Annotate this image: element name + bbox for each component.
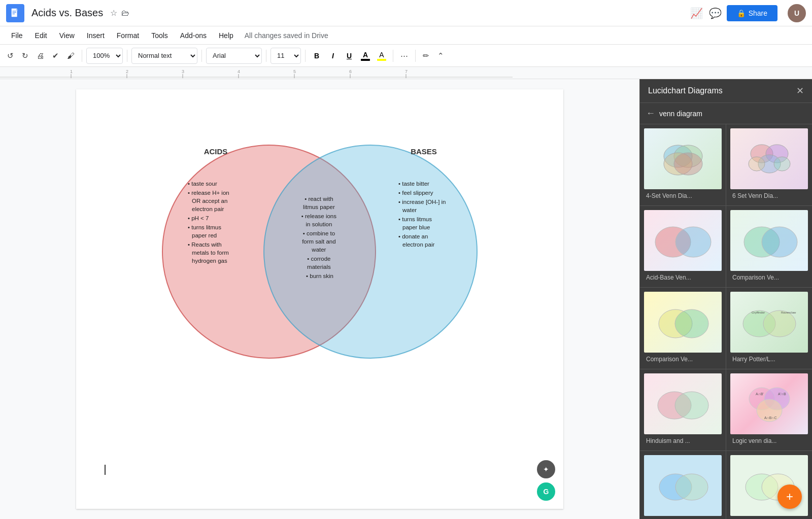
toolbar-sep-5 <box>305 50 306 62</box>
drawing-button[interactable]: ✏ <box>420 49 432 62</box>
toolbar-sep-1 <box>82 50 82 62</box>
sidebar-item-comparison2[interactable]: Comparison Ve... <box>640 288 726 369</box>
svg-point-41 <box>675 392 708 419</box>
analytics-icon[interactable]: 📈 <box>690 7 703 19</box>
sidebar-thumb-mathclass <box>644 455 722 516</box>
thumb-6set-svg <box>744 139 795 179</box>
menu-format[interactable]: Format <box>112 29 144 42</box>
more-button[interactable]: ⋯ <box>397 49 411 62</box>
sidebar-label-comparison2: Comparison Ve... <box>644 353 722 365</box>
grammarly-button[interactable]: G <box>537 482 555 501</box>
svg-rect-2 <box>13 12 16 13</box>
sidebar-item-hinduism[interactable]: Hinduism and ... <box>640 369 726 451</box>
redo-button[interactable]: ↻ <box>19 49 31 62</box>
sidebar-thumb-6setvenn <box>730 128 808 189</box>
sidebar-label-logicvenn: Logic venn dia... <box>730 434 808 446</box>
venn-diagram[interactable]: ACIDS BASES • taste sour • release H+ io… <box>122 120 518 384</box>
folder-icon[interactable]: 🗁 <box>121 9 129 18</box>
menu-edit[interactable]: Edit <box>30 29 52 42</box>
sidebar-item-acidbasevenn[interactable]: Acid-Base Ven... <box>640 206 726 287</box>
app-icon <box>6 4 24 22</box>
sidebar-item-mathclass[interactable]: Math Class <box>640 451 726 519</box>
title-action-icons: ☆ 🗁 <box>110 8 129 18</box>
zoom-select[interactable]: 100% <box>86 48 123 64</box>
spell-check-button[interactable]: ✔ <box>49 49 62 62</box>
highlight-color-button[interactable]: A <box>375 49 389 63</box>
comment-icon[interactable]: 💬 <box>709 7 722 19</box>
collapse-button[interactable]: ⌃ <box>434 49 447 62</box>
text-color-button[interactable]: A <box>358 49 373 63</box>
menu-tools[interactable]: Tools <box>146 29 173 42</box>
sidebar-close-button[interactable]: ✕ <box>796 85 804 96</box>
sidebar-item-4setvenn[interactable]: 4-Set Venn Dia... <box>640 124 726 205</box>
sidebar-item-logicvenn[interactable]: A∩B' A'∩B A∩B∩C Logic venn dia... <box>726 369 812 451</box>
underline-button[interactable]: U <box>342 49 356 63</box>
sidebar-label-scienceclass: Science Class <box>730 516 808 519</box>
bold-button[interactable]: B <box>310 49 324 63</box>
toolbar-sep-3 <box>201 50 202 62</box>
sidebar-thumb-4setvenn <box>644 128 722 189</box>
svg-text:7: 7 <box>405 69 408 74</box>
sidebar-item-comparison1[interactable]: Comparison Ve... <box>726 206 812 287</box>
title-bar: Acids vs. Bases ☆ 🗁 📈 💬 🔒 Share U <box>0 0 812 26</box>
sidebar-items-grid: 4-Set Venn Dia... 6 Set Venn Dia... <box>640 124 812 519</box>
venn-container[interactable]: ACIDS BASES • taste sour • release H+ io… <box>96 120 543 384</box>
doc-title: Acids vs. Bases <box>31 7 103 19</box>
svg-text:Gryffindor: Gryffindor <box>752 311 765 314</box>
menu-help[interactable]: Help <box>214 29 239 42</box>
svg-text:A∩B': A∩B' <box>756 392 764 396</box>
doc-area[interactable]: ACIDS BASES • taste sour • release H+ io… <box>0 79 639 519</box>
add-diagram-button[interactable]: + <box>777 485 802 509</box>
sidebar-title: Lucidchart Diagrams <box>648 86 796 95</box>
font-size-select[interactable]: 11 10 12 <box>270 48 301 64</box>
text-color-indicator <box>361 59 370 61</box>
svg-rect-1 <box>13 11 16 11</box>
sidebar-back-button[interactable]: ← <box>646 108 655 119</box>
sidebar-label-4setvenn: 4-Set Venn Dia... <box>644 189 722 201</box>
sidebar-search-bar: ← venn diagram <box>640 103 812 124</box>
svg-point-28 <box>749 157 765 171</box>
lucidchart-sidebar: Lucidchart Diagrams ✕ ← venn diagram <box>639 79 812 519</box>
sidebar-label-mathclass: Math Class <box>644 516 722 519</box>
sidebar-thumb-comparison2 <box>644 292 722 353</box>
smart-compose-button[interactable]: ✦ <box>537 460 555 478</box>
menu-insert[interactable]: Insert <box>82 29 110 42</box>
toolbar-sep-6 <box>393 50 393 62</box>
style-select[interactable]: Normal text Heading 1 Heading 2 <box>131 48 197 64</box>
undo-button[interactable]: ↺ <box>4 49 17 62</box>
toolbar: ↺ ↻ 🖨 ✔ 🖌 100% Normal text Heading 1 Hea… <box>0 45 812 67</box>
svg-text:1: 1 <box>70 69 73 74</box>
italic-button[interactable]: I <box>326 49 340 63</box>
share-button[interactable]: 🔒 Share <box>727 5 777 21</box>
toolbar-sep-4 <box>266 50 266 62</box>
menu-file[interactable]: File <box>6 29 28 42</box>
sidebar-item-scienceclass[interactable]: Science Class <box>726 451 812 519</box>
sidebar-search-query: venn diagram <box>659 110 702 118</box>
sidebar-thumb-hinduism <box>644 373 722 434</box>
svg-point-29 <box>774 157 790 171</box>
svg-text:6: 6 <box>349 69 352 74</box>
font-select[interactable]: Arial Times New Roman <box>206 48 262 64</box>
sidebar-header: Lucidchart Diagrams ✕ <box>640 79 812 103</box>
sidebar-thumb-harrypotter: Gryffindor Ravenclaw <box>730 292 808 353</box>
sidebar-label-harrypotter: Harry Potter/L... <box>730 353 808 365</box>
print-button[interactable]: 🖨 <box>33 49 47 62</box>
sidebar-item-harrypotter[interactable]: Gryffindor Ravenclaw Harry Potter/L... <box>726 288 812 369</box>
sidebar-thumb-acidbase <box>644 210 722 271</box>
menu-addons[interactable]: Add-ons <box>175 29 212 42</box>
menu-bar: File Edit View Insert Format Tools Add-o… <box>0 26 812 45</box>
text-cursor <box>105 465 106 475</box>
svg-text:5: 5 <box>293 69 296 74</box>
thumb-4set-svg <box>658 139 708 179</box>
paint-format-button[interactable]: 🖌 <box>64 49 78 62</box>
bases-label: BASES <box>411 147 437 156</box>
svg-point-20 <box>264 145 477 358</box>
star-icon[interactable]: ☆ <box>110 8 117 18</box>
svg-point-49 <box>675 474 708 500</box>
sidebar-item-6setvenn[interactable]: 6 Set Venn Dia... <box>726 124 812 205</box>
sidebar-label-acidbase: Acid-Base Ven... <box>644 271 722 283</box>
user-avatar[interactable]: U <box>788 4 806 22</box>
svg-point-37 <box>763 310 796 337</box>
svg-text:A∩B∩C: A∩B∩C <box>764 416 776 420</box>
menu-view[interactable]: View <box>54 29 80 42</box>
